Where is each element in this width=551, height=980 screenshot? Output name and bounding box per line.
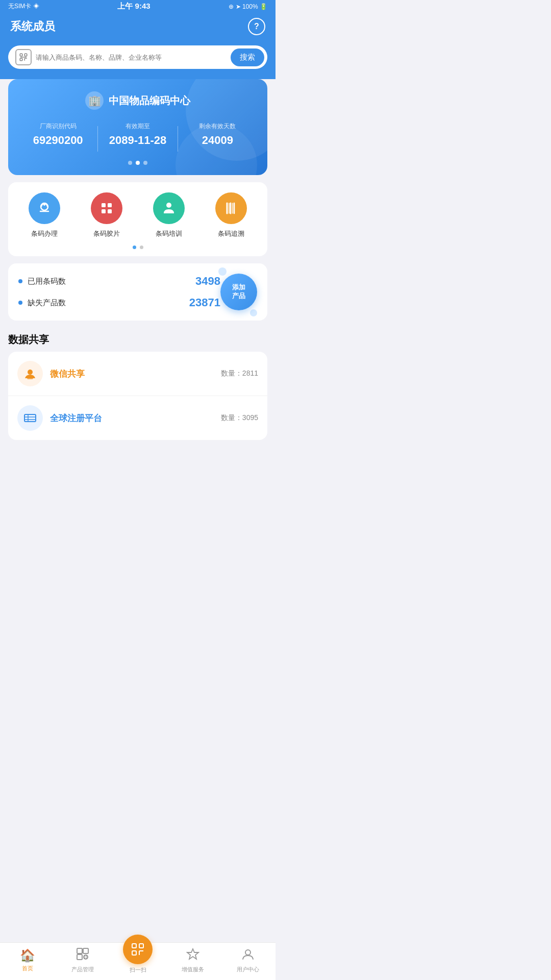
stat-remaining: 剩余有效天数 24009: [178, 122, 257, 147]
svg-rect-11: [102, 209, 106, 213]
status-right: ⊕ ➤ 100% 🔋: [229, 3, 267, 10]
dot-3[interactable]: [143, 161, 147, 165]
share-item-global[interactable]: 全球注册平台 数量：3095: [8, 396, 267, 440]
svg-rect-12: [108, 209, 112, 213]
quick-item-barcode-trace[interactable]: 条码追溯: [211, 192, 252, 238]
data-share-title: 数据共享: [0, 328, 276, 352]
wechat-icon: [17, 361, 43, 386]
stats-list: 已用条码数 3498 缺失产品数 23871: [18, 275, 220, 309]
barcode-film-icon: [91, 192, 122, 224]
stat-expiry-label: 有效期至: [98, 122, 177, 131]
status-time: 上午 9:43: [117, 2, 150, 11]
global-icon: [17, 405, 43, 431]
svg-point-19: [28, 370, 33, 375]
banner-logo-row: 🏢 中国物品编码中心: [18, 91, 257, 110]
global-share-count: 数量：3095: [221, 413, 258, 423]
scan-icon[interactable]: [15, 49, 32, 65]
global-share-name: 全球注册平台: [50, 412, 214, 424]
qdot-2[interactable]: [140, 246, 143, 249]
stats-row-missing: 缺失产品数 23871: [18, 296, 220, 309]
dot-2[interactable]: [136, 161, 140, 165]
quick-grid: 条码办理 条码胶片: [13, 192, 262, 238]
stats-missing-label: 缺失产品数: [28, 298, 184, 308]
search-bar: 搜索: [8, 45, 267, 69]
quick-item-barcode-handle[interactable]: 条码办理: [24, 192, 65, 238]
share-section: 微信共享 数量：2811 全球注册平台 数量：3095: [8, 352, 267, 440]
qdot-1[interactable]: [133, 246, 136, 249]
wechat-share-name: 微信共享: [50, 368, 214, 380]
stat-expiry: 有效期至 2089-11-28: [98, 122, 177, 147]
barcode-trace-icon: [215, 192, 247, 224]
stats-section: 已用条码数 3498 缺失产品数 23871 添加产品: [8, 263, 267, 321]
svg-rect-9: [102, 203, 106, 207]
org-name: 中国物品编码中心: [109, 94, 190, 108]
svg-rect-0: [20, 54, 22, 56]
barcode-handle-label: 条码办理: [31, 229, 58, 238]
barcode-training-label: 条码培训: [156, 229, 182, 238]
stat-manufacturer: 厂商识别代码 69290200: [18, 122, 97, 147]
barcode-handle-icon: [29, 192, 60, 224]
page-title: 系统成员: [10, 19, 55, 34]
barcode-trace-label: 条码追溯: [218, 229, 244, 238]
dot-1[interactable]: [128, 161, 132, 165]
quick-actions-section: 条码办理 条码胶片: [8, 182, 267, 256]
svg-point-8: [43, 204, 45, 206]
stat-expiry-value: 2089-11-28: [98, 134, 177, 147]
banner-stats: 厂商识别代码 69290200 有效期至 2089-11-28 剩余有效天数 2…: [18, 122, 257, 152]
search-button[interactable]: 搜索: [231, 48, 264, 66]
svg-rect-10: [108, 203, 112, 207]
quick-item-barcode-film[interactable]: 条码胶片: [86, 192, 127, 238]
quick-item-barcode-training[interactable]: 条码培训: [148, 192, 189, 238]
banner-card: 🏢 中国物品编码中心 厂商识别代码 69290200 有效期至 2089-11-…: [8, 79, 267, 175]
add-product-button[interactable]: 添加产品: [220, 274, 257, 310]
svg-rect-20: [27, 377, 33, 379]
banner-dots: [18, 161, 257, 165]
wechat-share-count: 数量：2811: [221, 369, 258, 378]
bullet-missing: [18, 301, 22, 305]
stats-row-used: 已用条码数 3498: [18, 275, 220, 288]
search-input[interactable]: [36, 54, 227, 61]
svg-point-13: [166, 203, 171, 208]
status-bar: 无SIM卡 ◈ 上午 9:43 ⊕ ➤ 100% 🔋: [0, 0, 276, 13]
stat-remaining-value: 24009: [178, 134, 257, 147]
stat-manufacturer-label: 厂商识别代码: [18, 122, 97, 131]
quick-dots: [13, 246, 262, 249]
search-container: 搜索: [0, 45, 276, 79]
org-icon: 🏢: [85, 91, 104, 110]
barcode-film-label: 条码胶片: [93, 229, 120, 238]
stat-manufacturer-value: 69290200: [18, 134, 97, 147]
stat-remaining-label: 剩余有效天数: [178, 122, 257, 131]
help-button[interactable]: ?: [248, 18, 265, 35]
share-item-wechat[interactable]: 微信共享 数量：2811: [8, 352, 267, 396]
svg-rect-2: [20, 58, 22, 61]
bullet-used: [18, 279, 22, 283]
barcode-training-icon: [153, 192, 185, 224]
svg-rect-1: [24, 54, 27, 56]
stats-used-label: 已用条码数: [28, 277, 190, 286]
status-left: 无SIM卡 ◈: [8, 2, 39, 11]
svg-rect-21: [24, 414, 36, 422]
header: 系统成员 ?: [0, 13, 276, 45]
